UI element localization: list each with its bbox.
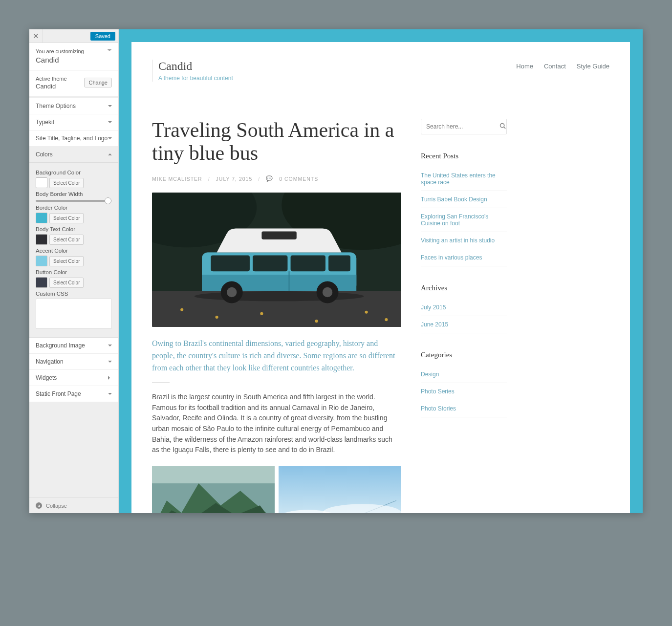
nav-link[interactable]: Home [516, 63, 533, 70]
section-static-front-page[interactable]: Static Front Page [29, 386, 118, 402]
featured-image [152, 193, 401, 327]
border-color-label: Border Color [36, 205, 112, 211]
list-item[interactable]: Photo Series [421, 383, 507, 400]
svg-point-17 [323, 287, 332, 297]
list-item[interactable]: The United States enters the space race [421, 167, 507, 191]
section-label: Static Front Page [36, 390, 81, 397]
post-date[interactable]: JULY 7, 2015 [216, 176, 253, 182]
list-item[interactable]: July 2015 [421, 299, 507, 316]
nav-link[interactable]: Contact [544, 63, 566, 70]
border-select-color-button[interactable]: Select Color [49, 213, 84, 223]
section-navigation[interactable]: Navigation [29, 354, 118, 370]
section-label: Site Title, Tagline, and Logo [36, 135, 108, 142]
chevron-down-icon [108, 121, 112, 125]
close-customizer-button[interactable]: ✕ [29, 29, 43, 43]
section-theme-options[interactable]: Theme Options [29, 98, 118, 114]
site-title[interactable]: Candid [158, 60, 233, 73]
chevron-down-icon [108, 393, 112, 397]
collapse-icon: ◂ [36, 502, 42, 509]
section-site-title[interactable]: Site Title, Tagline, and Logo [29, 130, 118, 147]
list-item[interactable]: Design [421, 366, 507, 383]
section-typekit[interactable]: Typekit [29, 114, 118, 130]
colors-panel: Background Color Select Color Body Borde… [29, 163, 118, 338]
meta-separator: / [258, 176, 260, 182]
theme-preview-frame: Candid A theme for beautiful content Hom… [119, 29, 643, 513]
section-background-image[interactable]: Background Image [29, 338, 118, 354]
body-text-select-color-button[interactable]: Select Color [49, 235, 84, 245]
chevron-up-icon [108, 151, 112, 155]
accent-select-color-button[interactable]: Select Color [49, 256, 84, 266]
section-widgets[interactable]: Widgets [29, 370, 118, 386]
border-width-slider[interactable] [36, 200, 112, 202]
close-icon: ✕ [33, 32, 39, 41]
section-label: Theme Options [36, 103, 76, 109]
archives-list: July 2015 June 2015 [421, 299, 507, 333]
sidebar-widgets: Recent Posts The United States enters th… [421, 119, 507, 513]
slider-thumb[interactable] [105, 197, 111, 204]
button-color-swatch[interactable] [36, 277, 47, 288]
svg-point-33 [500, 124, 504, 128]
collapse-label: Collapse [46, 503, 67, 509]
chevron-down-icon [108, 345, 112, 348]
custom-css-textarea[interactable] [36, 299, 112, 329]
list-item[interactable]: Faces in various places [421, 249, 507, 266]
search-box [421, 119, 507, 134]
nav-link[interactable]: Style Guide [577, 63, 609, 70]
post-body: Brazil is the largest country in South A… [152, 392, 401, 455]
svg-rect-9 [211, 256, 250, 272]
gallery-image [279, 466, 401, 513]
chevron-down-icon [108, 361, 112, 365]
customizer-sidebar: ✕ Saved You are customizing Candid Activ… [29, 29, 119, 513]
site-header: Candid A theme for beautiful content Hom… [131, 42, 630, 85]
sidebar-topbar: ✕ Saved [29, 29, 118, 43]
chevron-down-icon [108, 105, 112, 109]
svg-point-23 [385, 318, 388, 321]
list-item[interactable]: Exploring San Francisco's Cuisine on foo… [421, 208, 507, 232]
post-author[interactable]: MIKE MCALISTER [152, 176, 202, 182]
post-meta: MIKE MCALISTER / JULY 7, 2015 / 💬 0 COMM… [152, 175, 401, 182]
lede-rule [152, 382, 170, 383]
change-theme-button[interactable]: Change [84, 78, 112, 87]
active-theme-name: Candid [36, 83, 67, 90]
post-comments[interactable]: 0 COMMENTS [279, 176, 318, 182]
border-color-swatch[interactable] [36, 213, 47, 223]
accent-color-label: Accent Color [36, 248, 112, 254]
save-status-button[interactable]: Saved [90, 32, 115, 41]
post-lede: Owing to Brazil's continental dimensions… [152, 338, 401, 374]
list-item[interactable]: Photo Stories [421, 400, 507, 417]
section-label: Widgets [36, 374, 57, 381]
archives-title: Archives [421, 284, 507, 292]
svg-point-4 [195, 291, 364, 301]
button-select-color-button[interactable]: Select Color [49, 278, 84, 288]
svg-rect-11 [291, 256, 325, 272]
site-canvas: Candid A theme for beautiful content Hom… [131, 42, 630, 513]
section-colors[interactable]: Colors [29, 147, 118, 163]
accent-color-swatch[interactable] [36, 256, 47, 266]
background-color-swatch[interactable] [36, 177, 47, 188]
svg-point-22 [365, 311, 368, 314]
svg-point-21 [315, 320, 318, 323]
background-select-color-button[interactable]: Select Color [49, 178, 84, 188]
post-title: Traveling South America in a tiny blue b… [152, 119, 401, 165]
chevron-right-icon [108, 376, 112, 380]
svg-point-18 [180, 308, 183, 311]
body-text-color-swatch[interactable] [36, 234, 47, 245]
customizing-theme-name: Candid [36, 56, 112, 64]
list-item[interactable]: Turris Babel Book Design [421, 191, 507, 208]
collapse-sidebar-button[interactable]: ◂ Collapse [29, 497, 118, 513]
svg-point-20 [260, 312, 263, 315]
primary-nav: Home Contact Style Guide [516, 60, 609, 70]
customizer-frame: ✕ Saved You are customizing Candid Activ… [29, 29, 643, 513]
meta-separator: / [208, 176, 210, 182]
background-color-label: Background Color [36, 170, 112, 175]
categories-title: Categories [421, 351, 507, 359]
body-text-color-label: Body Text Color [36, 226, 112, 232]
context-help-toggle-icon[interactable] [107, 49, 112, 54]
custom-css-label: Custom CSS [36, 291, 112, 297]
search-icon[interactable] [499, 123, 506, 130]
list-item[interactable]: Visiting an artist in his studio [421, 232, 507, 249]
sidebar-context-header: You are customizing Candid [29, 43, 118, 70]
svg-rect-8 [261, 232, 296, 239]
list-item[interactable]: June 2015 [421, 316, 507, 333]
search-input[interactable] [426, 123, 499, 130]
